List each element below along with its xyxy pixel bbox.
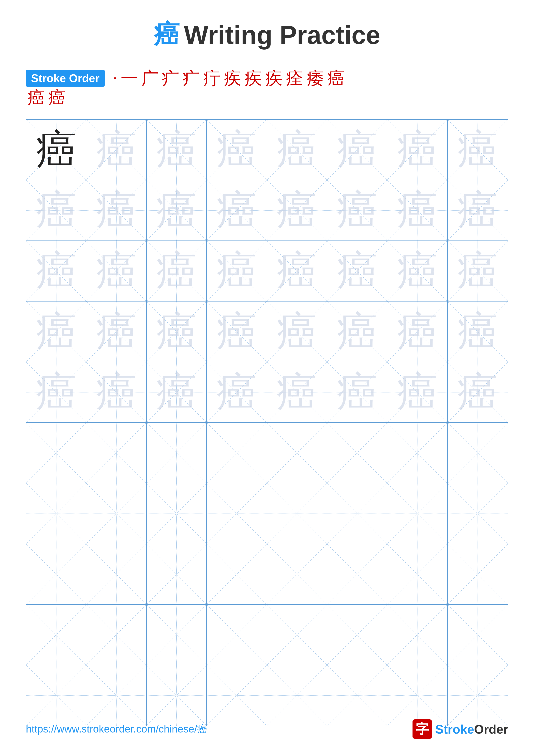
grid-cell-3-5[interactable]: 癌 [267, 241, 327, 301]
grid-cell-4-7[interactable]: 癌 [387, 302, 447, 362]
footer-url-link[interactable]: https://www.strokeorder.com/chinese/癌 [26, 722, 207, 736]
title-character: 癌 [154, 17, 180, 52]
title-text: Writing Practice [184, 20, 380, 50]
grid-cell-9-2[interactable] [87, 605, 146, 665]
grid-cell-6-1[interactable] [26, 423, 87, 483]
grid-cell-1-1[interactable]: 癌 [26, 120, 87, 180]
practice-char-light: 癌 [96, 190, 137, 231]
grid-cell-2-8[interactable]: 癌 [447, 180, 508, 240]
practice-char-light: 癌 [337, 251, 378, 291]
practice-char-light: 癌 [276, 190, 317, 231]
stroke-14: 癌 [48, 89, 65, 106]
grid-cell-2-2[interactable]: 癌 [87, 180, 146, 240]
grid-cell-4-6[interactable]: 癌 [327, 302, 387, 362]
grid-cell-4-3[interactable]: 癌 [147, 302, 207, 362]
grid-cell-6-7[interactable] [387, 423, 447, 483]
stroke-order-section: Stroke Order · 一 广 疒 疒 疔 疾 疾 疾 痊 痿 癌 癌 癌 [26, 69, 508, 106]
practice-char-light: 癌 [96, 372, 137, 413]
grid-cell-5-5[interactable]: 癌 [267, 362, 327, 422]
grid-cell-10-3[interactable] [147, 665, 207, 725]
grid-row-1: 癌 癌 癌 [26, 120, 508, 180]
grid-cell-9-5[interactable] [267, 605, 327, 665]
grid-cell-10-7[interactable] [387, 665, 447, 725]
grid-cell-4-8[interactable]: 癌 [447, 302, 508, 362]
grid-cell-1-3[interactable]: 癌 [147, 120, 207, 180]
practice-char-light: 癌 [337, 372, 378, 413]
grid-cell-1-4[interactable]: 癌 [207, 120, 267, 180]
grid-cell-2-5[interactable]: 癌 [267, 180, 327, 240]
grid-cell-8-3[interactable] [147, 544, 207, 604]
grid-cell-5-4[interactable]: 癌 [207, 362, 267, 422]
grid-cell-5-7[interactable]: 癌 [387, 362, 447, 422]
grid-cell-10-1[interactable] [26, 665, 87, 725]
grid-cell-4-2[interactable]: 癌 [87, 302, 146, 362]
grid-cell-1-8[interactable]: 癌 [447, 120, 508, 180]
grid-cell-6-8[interactable] [447, 423, 508, 483]
grid-cell-5-6[interactable]: 癌 [327, 362, 387, 422]
grid-cell-5-1[interactable]: 癌 [26, 362, 87, 422]
grid-cell-6-2[interactable] [87, 423, 146, 483]
grid-cell-9-1[interactable] [26, 605, 87, 665]
grid-cell-5-2[interactable]: 癌 [87, 362, 146, 422]
grid-cell-7-8[interactable] [447, 483, 508, 544]
grid-cell-7-5[interactable] [267, 483, 327, 544]
grid-cell-8-2[interactable] [87, 544, 146, 604]
grid-cell-3-7[interactable]: 癌 [387, 241, 447, 301]
grid-cell-4-4[interactable]: 癌 [207, 302, 267, 362]
grid-cell-2-7[interactable]: 癌 [387, 180, 447, 240]
grid-cell-2-1[interactable]: 癌 [26, 180, 87, 240]
grid-cell-10-8[interactable] [447, 665, 508, 725]
grid-cell-3-2[interactable]: 癌 [87, 241, 146, 301]
practice-char-light: 癌 [36, 372, 77, 413]
grid-cell-1-5[interactable]: 癌 [267, 120, 327, 180]
grid-cell-8-6[interactable] [327, 544, 387, 604]
grid-cell-2-6[interactable]: 癌 [327, 180, 387, 240]
grid-cell-9-3[interactable] [147, 605, 207, 665]
practice-char-light: 癌 [216, 190, 257, 231]
grid-cell-2-3[interactable]: 癌 [147, 180, 207, 240]
grid-cell-5-8[interactable]: 癌 [447, 362, 508, 422]
grid-cell-6-6[interactable] [327, 423, 387, 483]
grid-cell-10-6[interactable] [327, 665, 387, 725]
grid-cell-7-1[interactable] [26, 483, 87, 544]
grid-cell-3-1[interactable]: 癌 [26, 241, 87, 301]
grid-cell-8-8[interactable] [447, 544, 508, 604]
grid-row-8 [26, 544, 508, 605]
grid-cell-5-3[interactable]: 癌 [147, 362, 207, 422]
grid-cell-1-6[interactable]: 癌 [327, 120, 387, 180]
grid-cell-3-6[interactable]: 癌 [327, 241, 387, 301]
practice-char-light: 癌 [397, 372, 438, 413]
grid-cell-1-2[interactable]: 癌 [87, 120, 146, 180]
grid-cell-10-4[interactable] [207, 665, 267, 725]
grid-cell-8-1[interactable] [26, 544, 87, 604]
footer-logo-icon: 字 [413, 719, 432, 739]
grid-cell-8-5[interactable] [267, 544, 327, 604]
grid-cell-9-8[interactable] [447, 605, 508, 665]
grid-cell-7-3[interactable] [147, 483, 207, 544]
grid-cell-7-7[interactable] [387, 483, 447, 544]
grid-cell-8-7[interactable] [387, 544, 447, 604]
grid-cell-8-4[interactable] [207, 544, 267, 604]
grid-cell-3-8[interactable]: 癌 [447, 241, 508, 301]
grid-cell-4-5[interactable]: 癌 [267, 302, 327, 362]
grid-cell-6-5[interactable] [267, 423, 327, 483]
grid-cell-6-3[interactable] [147, 423, 207, 483]
grid-cell-3-4[interactable]: 癌 [207, 241, 267, 301]
grid-cell-1-7[interactable]: 癌 [387, 120, 447, 180]
grid-cell-9-4[interactable] [207, 605, 267, 665]
grid-cell-6-4[interactable] [207, 423, 267, 483]
practice-char-light: 癌 [216, 129, 257, 170]
grid-cell-10-5[interactable] [267, 665, 327, 725]
footer-logo: 字 StrokeOrder [413, 719, 508, 739]
footer-brand-name: StrokeOrder [435, 722, 508, 736]
grid-cell-2-4[interactable]: 癌 [207, 180, 267, 240]
grid-cell-4-1[interactable]: 癌 [26, 302, 87, 362]
grid-cell-9-6[interactable] [327, 605, 387, 665]
stroke-2: 一 [121, 69, 138, 87]
grid-cell-7-2[interactable] [87, 483, 146, 544]
grid-cell-3-3[interactable]: 癌 [147, 241, 207, 301]
grid-cell-10-2[interactable] [87, 665, 146, 725]
grid-cell-9-7[interactable] [387, 605, 447, 665]
grid-cell-7-4[interactable] [207, 483, 267, 544]
grid-cell-7-6[interactable] [327, 483, 387, 544]
